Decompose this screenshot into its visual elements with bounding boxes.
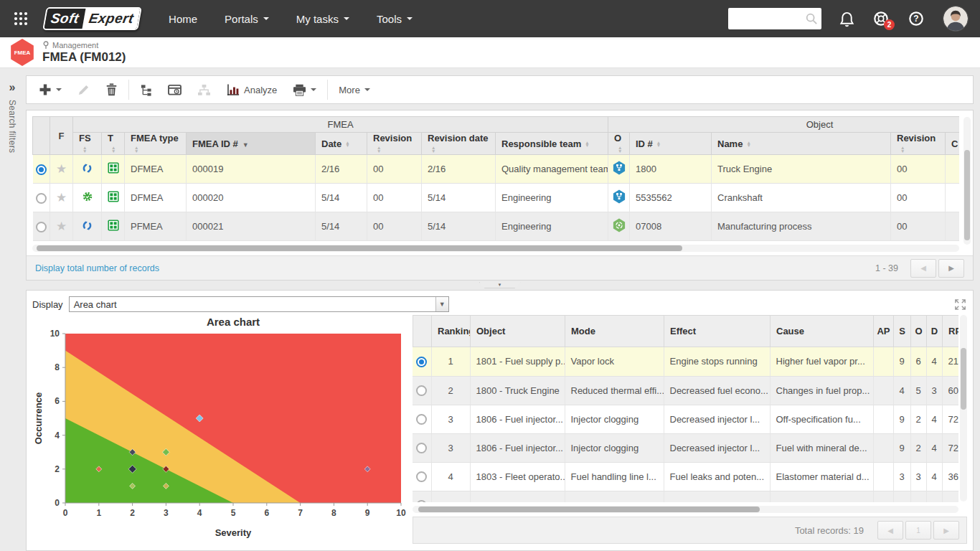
row-radio[interactable] — [416, 414, 427, 425]
table-row[interactable]: 3 1806 - Fuel injector... Injector clogg… — [413, 405, 958, 433]
col-date[interactable]: Date — [316, 133, 367, 155]
sort-icon — [900, 146, 905, 153]
chevron-down-icon[interactable] — [311, 88, 316, 91]
product-object-icon — [613, 195, 626, 206]
records-footer: Display total number of records 1 - 39 ◀… — [27, 255, 973, 280]
nav-tools[interactable]: Tools — [377, 13, 413, 25]
row-radio[interactable] — [416, 471, 427, 482]
col-o[interactable]: O — [911, 316, 927, 347]
col-object-name[interactable]: Name — [712, 133, 891, 155]
row-radio[interactable] — [416, 500, 427, 502]
favorite-star-icon[interactable]: ★ — [56, 220, 67, 233]
group-header-object: Object — [608, 117, 960, 133]
row-radio[interactable] — [416, 357, 427, 367]
help-icon[interactable]: ? — [908, 10, 925, 27]
scrollbar-thumb[interactable] — [961, 348, 966, 410]
notifications-bell-icon[interactable] — [839, 11, 854, 27]
records-horizontal-scrollbar[interactable] — [32, 245, 959, 252]
col-d[interactable]: D — [927, 316, 943, 347]
prev-page-button[interactable]: ◀ — [877, 521, 903, 540]
row-radio[interactable] — [416, 385, 427, 396]
row-radio[interactable] — [36, 222, 47, 232]
plus-icon — [39, 83, 52, 96]
ranking-horizontal-scrollbar[interactable] — [413, 506, 958, 513]
analyze-button[interactable]: Analyze — [219, 75, 285, 104]
revision-view-button[interactable] — [160, 75, 189, 104]
user-avatar[interactable] — [943, 6, 969, 32]
cell-effect: Decreased fuel econo... — [664, 376, 770, 405]
search-filters-toggle[interactable]: » Search filters — [0, 81, 24, 153]
cell-ranking: 2 — [431, 376, 470, 405]
cell-d: 3 — [926, 491, 942, 502]
col-object-id[interactable]: ID # — [630, 133, 712, 155]
nav-my-tasks[interactable]: My tasks — [296, 13, 349, 25]
col-effect[interactable]: Effect — [664, 316, 771, 347]
col-fs[interactable]: FS — [73, 133, 102, 155]
print-button[interactable] — [285, 75, 324, 104]
chevron-down-icon[interactable] — [56, 88, 62, 91]
softexpert-logo[interactable]: SoftExpert — [42, 7, 142, 30]
table-row[interactable]: 4 1803 - Fleet operato... Fuel handling … — [413, 462, 958, 491]
scrollbar-thumb[interactable] — [418, 507, 760, 512]
table-row[interactable]: 2 1800 - Truck Engine Reduced thermal ef… — [413, 376, 958, 405]
table-row[interactable]: 3 1806 - Fuel injector... Injector clogg… — [413, 433, 958, 462]
table-row[interactable]: ★ DFMEA 000020 5/14 00 5/14 Engineering … — [33, 184, 960, 212]
col-object[interactable]: Object — [471, 316, 565, 347]
col-cause[interactable]: Cause — [771, 316, 874, 347]
favorite-star-icon[interactable]: ★ — [56, 162, 67, 176]
next-page-button[interactable]: ▶ — [938, 259, 964, 278]
page-number-button[interactable]: 1 — [905, 521, 931, 540]
chevron-down-icon — [263, 17, 269, 20]
nav-home[interactable]: Home — [169, 13, 197, 25]
app-launcher-icon[interactable] — [11, 9, 30, 28]
total-records-link[interactable]: Display total number of records — [35, 263, 159, 273]
table-row[interactable]: ★ PFMEA 000021 5/14 00 5/14 Engineering … — [33, 212, 960, 241]
col-ranking[interactable]: Ranking — [432, 316, 471, 347]
cell-d: 3 — [926, 376, 942, 405]
expand-icon[interactable]: » — [9, 81, 16, 94]
col-revision[interactable]: Revision — [367, 133, 422, 155]
svg-text:5: 5 — [231, 508, 236, 518]
row-radio[interactable] — [36, 193, 47, 204]
col-fmea-id[interactable]: FMEA ID #▼ — [187, 133, 316, 155]
display-select[interactable]: Area chart ▼ — [69, 296, 449, 312]
splitter-handle[interactable]: ▼ — [479, 282, 521, 288]
prev-page-button[interactable]: ◀ — [910, 259, 936, 278]
col-object-revision[interactable]: Revision — [891, 133, 946, 155]
col-ap[interactable]: AP — [874, 316, 894, 347]
col-s[interactable]: S — [894, 316, 911, 347]
row-radio[interactable] — [36, 164, 47, 175]
col-fmea-type[interactable]: FMEA type — [125, 133, 187, 155]
records-vertical-scrollbar[interactable] — [963, 117, 971, 245]
structure-tree-button[interactable] — [132, 75, 160, 104]
table-row[interactable]: 1 1801 - Fuel supply p... Vapor lock Eng… — [413, 347, 958, 376]
row-radio[interactable] — [416, 443, 427, 453]
table-row[interactable]: ★ DFMEA 000019 2/16 00 2/16 Quality mana… — [33, 155, 960, 184]
add-button[interactable] — [31, 75, 70, 104]
more-button[interactable]: More — [331, 75, 378, 104]
col-rpn[interactable]: RPN — [943, 316, 959, 347]
global-search — [728, 8, 821, 29]
scrollbar-thumb[interactable] — [964, 150, 970, 240]
delete-button[interactable] — [98, 75, 126, 104]
col-mode[interactable]: Mode — [565, 316, 664, 347]
edit-button[interactable] — [70, 75, 98, 104]
scrollbar-thumb[interactable] — [37, 245, 682, 251]
support-lifebuoy-icon[interactable]: 2 — [872, 10, 890, 27]
cell-object-revision: 00 — [891, 184, 946, 212]
flowchart-button[interactable] — [189, 75, 219, 104]
ranking-vertical-scrollbar[interactable] — [960, 315, 967, 501]
col-revision-date[interactable]: Revision date — [422, 133, 496, 155]
col-object-o[interactable]: O — [608, 133, 630, 155]
fullscreen-button[interactable] — [953, 298, 967, 311]
col-t[interactable]: T — [102, 133, 125, 155]
col-responsible-team[interactable]: Responsible team — [496, 133, 608, 155]
table-row[interactable]: 4 1805 - Fuel distribu... Fuel handling … — [413, 491, 958, 502]
search-icon[interactable] — [805, 12, 818, 27]
chevron-down-icon[interactable]: ▼ — [435, 297, 448, 311]
col-c[interactable]: C — [946, 133, 960, 155]
favorite-star-icon[interactable]: ★ — [56, 191, 67, 204]
next-page-button[interactable]: ▶ — [933, 521, 959, 540]
nav-portals[interactable]: Portals — [225, 13, 269, 25]
panel-splitter[interactable]: ▼ — [26, 281, 974, 290]
